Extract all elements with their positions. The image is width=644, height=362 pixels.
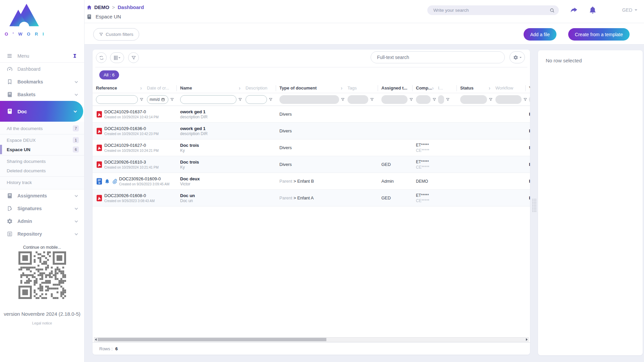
table-row[interactable]: wDOC230926-01609-0Created on 9/26/2023 3… xyxy=(93,173,530,190)
divider xyxy=(0,176,84,177)
scroll-right-icon[interactable] xyxy=(526,338,528,341)
sidebar-nav: DashboardBookmarksBasketsDoc All the doc… xyxy=(0,63,84,240)
app-logo[interactable]: O ' W O R K xyxy=(5,3,44,37)
column-header-type-of-document[interactable]: Type of document› xyxy=(276,85,344,91)
column-header-description[interactable]: Description xyxy=(242,85,276,91)
sidebar-subitem-history-track[interactable]: History track xyxy=(0,178,84,187)
add-file-button[interactable]: Add a file xyxy=(524,28,556,41)
global-search xyxy=(427,5,559,15)
company-cell: ET*****CE***** xyxy=(413,160,435,170)
filter-date-input[interactable]: mm/d xyxy=(147,95,168,104)
search-icon[interactable] xyxy=(549,8,555,13)
column-header-i[interactable]: I... xyxy=(435,85,457,91)
sidebar-item-label: Dashboard xyxy=(17,66,41,72)
chevron-down-icon xyxy=(520,57,522,58)
filter-funnel-icon[interactable] xyxy=(370,98,374,102)
filter-funnel-icon[interactable] xyxy=(238,98,242,102)
filter-input-reference[interactable] xyxy=(96,95,138,104)
sidebar-subitem-espace-un[interactable]: Espace UN6 xyxy=(0,145,84,154)
filter-funnel-icon[interactable] xyxy=(140,98,144,102)
pin-icon[interactable] xyxy=(72,53,77,59)
mobile-hint: Continue on mobile... xyxy=(0,245,84,250)
breadcrumb-root[interactable]: DEMO xyxy=(94,4,109,10)
book-icon xyxy=(87,14,92,19)
table-row[interactable]: DOC241029-01627-0Created on 10/29/2024 1… xyxy=(93,139,530,156)
sidebar-item-dashboard[interactable]: Dashboard xyxy=(0,63,84,75)
breadcrumb-current[interactable]: Dashboard xyxy=(118,4,144,10)
column-header-date-of-cr[interactable]: Date of cr... xyxy=(144,85,177,91)
filter-input-name[interactable] xyxy=(180,95,236,104)
column-header-reference[interactable]: Reference› xyxy=(93,85,144,91)
column-header-tags[interactable]: Tags xyxy=(344,85,378,91)
filter-button[interactable] xyxy=(128,52,139,63)
sidebar-item-label: Admin xyxy=(17,219,32,224)
reference-cell: DOC230926-01610-3Created on 10/29/2024 1… xyxy=(93,160,144,169)
chevron-down-icon xyxy=(74,109,77,113)
sidebar: O ' W O R K Menu DashboardBookmarksBaske… xyxy=(0,0,85,362)
filter-input-description[interactable] xyxy=(246,95,267,104)
column-header-assigned-t[interactable]: Assigned t... xyxy=(378,85,413,91)
refresh-button[interactable] xyxy=(96,52,107,63)
sidebar-item-admin[interactable]: Admin xyxy=(0,215,84,228)
panel-resize-handle[interactable] xyxy=(532,198,537,213)
filter-funnel-icon[interactable] xyxy=(170,98,174,102)
filter-cell-i xyxy=(435,95,457,104)
sidebar-item-signatures[interactable]: Signatures xyxy=(0,202,84,215)
sidebar-subitem-deleted-documents[interactable]: Deleted documents xyxy=(0,166,84,175)
hamburger-icon[interactable] xyxy=(7,53,12,59)
version-label: version Novembre 2024 (2.18.0-5) xyxy=(0,311,84,317)
name-cell: Doc unDoc un xyxy=(177,193,242,203)
column-header-workflow[interactable]: Workflow xyxy=(492,85,526,91)
table-row[interactable]: DOC230926-01610-3Created on 10/29/2024 1… xyxy=(93,156,530,173)
legal-notice-link[interactable]: Legal notice xyxy=(0,321,84,325)
create-from-template-button[interactable]: Create from a template xyxy=(568,28,630,41)
profile-menu[interactable]: GED xyxy=(622,7,637,13)
sidebar-item-assignments[interactable]: Assignments xyxy=(0,189,84,202)
filter-cell-name xyxy=(177,95,242,104)
table-settings-button[interactable] xyxy=(509,51,525,63)
sidebar-subitem-label: Espace DEUX xyxy=(7,138,36,143)
home-icon[interactable] xyxy=(87,5,92,10)
notification-bell-icon[interactable] xyxy=(588,6,597,14)
column-header-y[interactable]: Y... xyxy=(526,85,530,91)
custom-filters-button[interactable]: Custom filters xyxy=(93,28,139,41)
columns-button[interactable] xyxy=(110,52,124,63)
sidebar-item-doc[interactable]: Doc xyxy=(0,101,83,122)
sidebar-item-bookmarks[interactable]: Bookmarks xyxy=(0,75,84,88)
sidebar-subitem-espace-deux[interactable]: Espace DEUX1 xyxy=(0,135,84,145)
type-cell: Parent > Enfant A xyxy=(276,195,344,200)
fulltext-search-input[interactable] xyxy=(371,51,505,63)
global-search-input[interactable] xyxy=(433,8,549,13)
rows-count: 6 xyxy=(115,346,118,351)
filter-disabled-y xyxy=(529,95,530,104)
svg-text:w: w xyxy=(98,181,100,184)
horizontal-scrollbar[interactable] xyxy=(94,337,529,342)
assignments-icon xyxy=(7,193,13,199)
reference-cell: DOC241029-01636-0Created on 10/29/2024 1… xyxy=(93,126,144,136)
clipped-cell: I xyxy=(526,195,530,200)
table-row[interactable]: DOC241029-01637-0Created on 10/29/2024 1… xyxy=(93,106,530,123)
clipped-cell: I xyxy=(526,179,530,184)
chevron-down-icon xyxy=(118,57,120,58)
sidebar-item-label: Baskets xyxy=(17,92,36,97)
filter-cell-comp xyxy=(413,95,435,104)
scrollbar-thumb[interactable] xyxy=(98,338,326,341)
reference-cell: DOC241029-01637-0Created on 10/29/2024 1… xyxy=(93,109,144,119)
sidebar-subitem-all-the-documents[interactable]: All the documents7 xyxy=(0,124,84,133)
table-row[interactable]: DOC241029-01636-0Created on 10/29/2024 1… xyxy=(93,123,530,139)
company-cell: ET*****CE***** xyxy=(413,143,435,153)
filter-funnel-icon[interactable] xyxy=(446,98,450,102)
sidebar-item-repository[interactable]: Repository xyxy=(0,228,84,240)
scroll-left-icon[interactable] xyxy=(95,338,97,341)
share-icon[interactable] xyxy=(570,6,578,14)
sidebar-item-baskets[interactable]: Baskets xyxy=(0,88,84,101)
sidebar-subitem-sharing-documents[interactable]: Sharing documents xyxy=(0,157,84,166)
filter-funnel-icon[interactable] xyxy=(269,98,273,102)
column-header-name[interactable]: Name› xyxy=(177,85,242,91)
chevron-right-icon: › xyxy=(239,85,242,91)
all-count-badge[interactable]: All : 6 xyxy=(99,70,119,79)
table-row[interactable]: DOC230926-01608-0Created on 9/26/2023 3:… xyxy=(93,190,530,206)
column-header-status[interactable]: Status› xyxy=(457,85,492,91)
page-subtitle: Espace UN xyxy=(96,14,121,19)
column-header-comp[interactable]: Comp...› xyxy=(413,85,435,91)
